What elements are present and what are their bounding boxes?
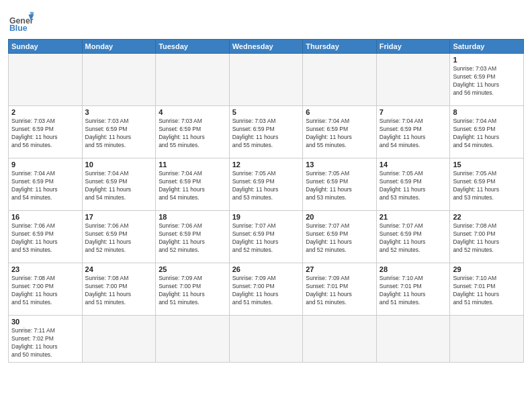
calendar-cell: 1Sunrise: 7:03 AM Sunset: 6:59 PM Daylig… xyxy=(450,54,524,106)
day-info: Sunrise: 7:04 AM Sunset: 6:59 PM Dayligh… xyxy=(159,170,226,202)
calendar-cell xyxy=(82,316,156,363)
logo-icon: General Blue xyxy=(8,9,34,35)
logo: General Blue xyxy=(8,9,34,35)
day-number: 16 xyxy=(11,213,79,221)
weekday-header-saturday: Saturday xyxy=(450,40,524,54)
day-info: Sunrise: 7:06 AM Sunset: 6:59 PM Dayligh… xyxy=(159,222,226,255)
day-number: 5 xyxy=(232,108,300,116)
day-info: Sunrise: 7:05 AM Sunset: 6:59 PM Dayligh… xyxy=(306,170,373,202)
calendar-cell: 18Sunrise: 7:06 AM Sunset: 6:59 PM Dayli… xyxy=(156,211,230,263)
calendar-cell: 29Sunrise: 7:10 AM Sunset: 7:01 PM Dayli… xyxy=(450,263,524,316)
day-number: 6 xyxy=(306,108,373,116)
calendar-week-row: 9Sunrise: 7:04 AM Sunset: 6:59 PM Daylig… xyxy=(9,158,524,211)
day-info: Sunrise: 7:08 AM Sunset: 7:00 PM Dayligh… xyxy=(85,275,153,307)
svg-text:Blue: Blue xyxy=(9,24,28,33)
calendar-cell: 24Sunrise: 7:08 AM Sunset: 7:00 PM Dayli… xyxy=(82,263,156,316)
day-number: 14 xyxy=(380,161,447,169)
calendar-cell: 20Sunrise: 7:07 AM Sunset: 6:59 PM Dayli… xyxy=(303,211,377,263)
calendar-cell xyxy=(156,54,230,106)
calendar-cell: 19Sunrise: 7:07 AM Sunset: 6:59 PM Dayli… xyxy=(229,211,303,263)
day-number: 8 xyxy=(453,108,521,116)
calendar-cell: 9Sunrise: 7:04 AM Sunset: 6:59 PM Daylig… xyxy=(9,158,83,211)
day-number: 30 xyxy=(11,318,79,326)
calendar-cell: 30Sunrise: 7:11 AM Sunset: 7:02 PM Dayli… xyxy=(9,316,83,363)
day-info: Sunrise: 7:04 AM Sunset: 6:59 PM Dayligh… xyxy=(306,118,373,150)
day-info: Sunrise: 7:04 AM Sunset: 6:59 PM Dayligh… xyxy=(11,170,79,202)
day-info: Sunrise: 7:03 AM Sunset: 6:59 PM Dayligh… xyxy=(85,118,153,150)
calendar-cell xyxy=(9,54,83,106)
day-number: 4 xyxy=(159,108,226,116)
calendar-cell: 2Sunrise: 7:03 AM Sunset: 6:59 PM Daylig… xyxy=(9,106,83,158)
weekday-header-wednesday: Wednesday xyxy=(229,40,303,54)
calendar-week-row: 30Sunrise: 7:11 AM Sunset: 7:02 PM Dayli… xyxy=(9,316,524,363)
day-info: Sunrise: 7:05 AM Sunset: 6:59 PM Dayligh… xyxy=(232,170,300,202)
calendar-cell: 13Sunrise: 7:05 AM Sunset: 6:59 PM Dayli… xyxy=(303,158,377,211)
weekday-header-monday: Monday xyxy=(82,40,156,54)
calendar-cell: 14Sunrise: 7:05 AM Sunset: 6:59 PM Dayli… xyxy=(376,158,450,211)
weekday-header-thursday: Thursday xyxy=(303,40,377,54)
calendar-cell: 7Sunrise: 7:04 AM Sunset: 6:59 PM Daylig… xyxy=(376,106,450,158)
calendar-cell: 6Sunrise: 7:04 AM Sunset: 6:59 PM Daylig… xyxy=(303,106,377,158)
day-info: Sunrise: 7:11 AM Sunset: 7:02 PM Dayligh… xyxy=(11,327,79,359)
calendar-cell: 15Sunrise: 7:05 AM Sunset: 6:59 PM Dayli… xyxy=(450,158,524,211)
calendar-cell: 11Sunrise: 7:04 AM Sunset: 6:59 PM Dayli… xyxy=(156,158,230,211)
day-number: 26 xyxy=(232,265,300,273)
day-number: 22 xyxy=(453,213,521,221)
day-info: Sunrise: 7:04 AM Sunset: 6:59 PM Dayligh… xyxy=(380,118,447,150)
day-info: Sunrise: 7:03 AM Sunset: 6:59 PM Dayligh… xyxy=(159,118,226,150)
day-info: Sunrise: 7:10 AM Sunset: 7:01 PM Dayligh… xyxy=(453,275,521,307)
weekday-header-sunday: Sunday xyxy=(9,40,83,54)
calendar-cell xyxy=(376,54,450,106)
weekday-header-row: SundayMondayTuesdayWednesdayThursdayFrid… xyxy=(9,40,524,54)
page-header: General Blue xyxy=(8,7,524,35)
calendar-week-row: 1Sunrise: 7:03 AM Sunset: 6:59 PM Daylig… xyxy=(9,54,524,106)
calendar-cell: 25Sunrise: 7:09 AM Sunset: 7:00 PM Dayli… xyxy=(156,263,230,316)
day-info: Sunrise: 7:09 AM Sunset: 7:00 PM Dayligh… xyxy=(232,275,300,307)
calendar-cell: 5Sunrise: 7:03 AM Sunset: 6:59 PM Daylig… xyxy=(229,106,303,158)
day-info: Sunrise: 7:10 AM Sunset: 7:01 PM Dayligh… xyxy=(380,275,447,307)
calendar-cell: 23Sunrise: 7:08 AM Sunset: 7:00 PM Dayli… xyxy=(9,263,83,316)
calendar-table: SundayMondayTuesdayWednesdayThursdayFrid… xyxy=(8,39,524,363)
calendar-cell: 17Sunrise: 7:06 AM Sunset: 6:59 PM Dayli… xyxy=(82,211,156,263)
day-info: Sunrise: 7:05 AM Sunset: 6:59 PM Dayligh… xyxy=(380,170,447,202)
calendar-cell: 4Sunrise: 7:03 AM Sunset: 6:59 PM Daylig… xyxy=(156,106,230,158)
day-info: Sunrise: 7:08 AM Sunset: 7:00 PM Dayligh… xyxy=(11,275,79,307)
day-number: 17 xyxy=(85,213,153,221)
day-number: 13 xyxy=(306,161,373,169)
day-info: Sunrise: 7:05 AM Sunset: 6:59 PM Dayligh… xyxy=(453,170,521,202)
day-number: 25 xyxy=(159,265,226,273)
day-info: Sunrise: 7:06 AM Sunset: 6:59 PM Dayligh… xyxy=(11,222,79,255)
day-number: 23 xyxy=(11,265,79,273)
day-number: 11 xyxy=(159,161,226,169)
calendar-cell: 10Sunrise: 7:04 AM Sunset: 6:59 PM Dayli… xyxy=(82,158,156,211)
weekday-header-tuesday: Tuesday xyxy=(156,40,230,54)
calendar-cell xyxy=(229,316,303,363)
calendar-cell: 26Sunrise: 7:09 AM Sunset: 7:00 PM Dayli… xyxy=(229,263,303,316)
calendar-week-row: 23Sunrise: 7:08 AM Sunset: 7:00 PM Dayli… xyxy=(9,263,524,316)
day-info: Sunrise: 7:04 AM Sunset: 6:59 PM Dayligh… xyxy=(85,170,153,202)
day-number: 12 xyxy=(232,161,300,169)
calendar-cell: 3Sunrise: 7:03 AM Sunset: 6:59 PM Daylig… xyxy=(82,106,156,158)
day-info: Sunrise: 7:03 AM Sunset: 6:59 PM Dayligh… xyxy=(232,118,300,150)
day-info: Sunrise: 7:07 AM Sunset: 6:59 PM Dayligh… xyxy=(380,222,447,255)
day-number: 2 xyxy=(11,108,79,116)
calendar-cell: 12Sunrise: 7:05 AM Sunset: 6:59 PM Dayli… xyxy=(229,158,303,211)
calendar-cell: 28Sunrise: 7:10 AM Sunset: 7:01 PM Dayli… xyxy=(376,263,450,316)
calendar-week-row: 16Sunrise: 7:06 AM Sunset: 6:59 PM Dayli… xyxy=(9,211,524,263)
calendar-week-row: 2Sunrise: 7:03 AM Sunset: 6:59 PM Daylig… xyxy=(9,106,524,158)
calendar-cell: 8Sunrise: 7:04 AM Sunset: 6:59 PM Daylig… xyxy=(450,106,524,158)
day-number: 24 xyxy=(85,265,153,273)
day-number: 21 xyxy=(380,213,447,221)
calendar-cell xyxy=(229,54,303,106)
day-number: 3 xyxy=(85,108,153,116)
day-number: 27 xyxy=(306,265,373,273)
day-number: 9 xyxy=(11,161,79,169)
day-info: Sunrise: 7:08 AM Sunset: 7:00 PM Dayligh… xyxy=(453,222,521,255)
day-number: 1 xyxy=(453,56,521,64)
day-number: 20 xyxy=(306,213,373,221)
day-info: Sunrise: 7:09 AM Sunset: 7:00 PM Dayligh… xyxy=(159,275,226,307)
calendar-cell: 16Sunrise: 7:06 AM Sunset: 6:59 PM Dayli… xyxy=(9,211,83,263)
day-number: 28 xyxy=(380,265,447,273)
day-number: 7 xyxy=(380,108,447,116)
calendar-cell: 22Sunrise: 7:08 AM Sunset: 7:00 PM Dayli… xyxy=(450,211,524,263)
